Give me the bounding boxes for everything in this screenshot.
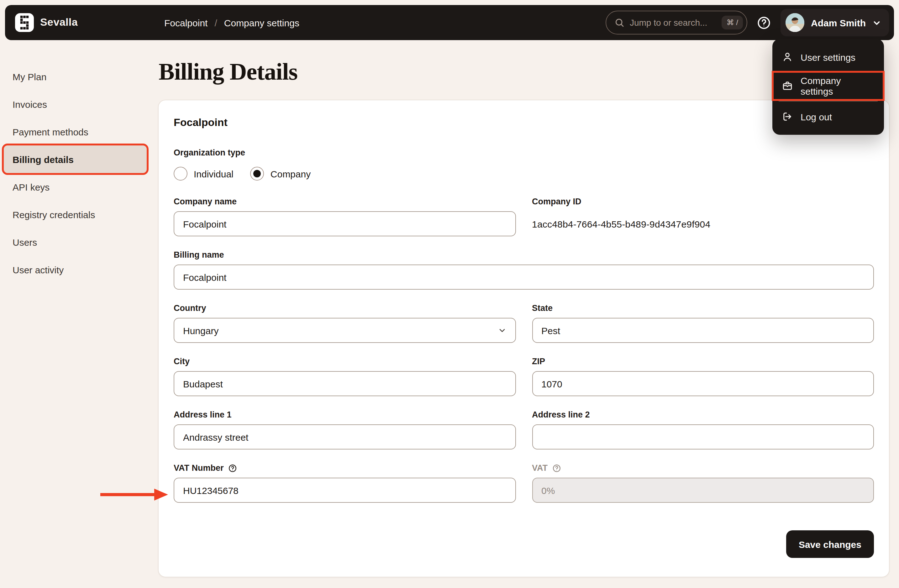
search-input[interactable]: Jump to or search... ⌘ / [606,11,748,34]
search-placeholder: Jump to or search... [630,17,717,28]
company-id-label: Company ID [532,197,874,206]
organization-type-label: Organization type [174,148,874,157]
address-line-2-label: Address line 2 [532,410,874,419]
menu-item-company-settings[interactable]: Company settings [772,71,884,100]
organization-type-group: Individual Company [174,167,874,181]
billing-details-card: Focalpoint Organization type Individual … [158,100,890,577]
country-selected-value: Hungary [183,325,218,336]
field-zip: ZIP [532,357,874,396]
sevalla-logo-icon [15,13,34,32]
breadcrumb-separator: / [215,17,217,28]
chevron-down-icon [872,18,882,27]
briefcase-icon [782,80,793,91]
sidebar-item-billing-details[interactable]: Billing details [4,145,147,173]
zip-input[interactable] [532,371,874,396]
search-shortcut-badge: ⌘ / [721,15,743,29]
menu-divider [779,101,878,102]
billing-name-label: Billing name [174,250,874,259]
user-avatar [786,13,805,32]
country-label: Country [174,303,516,313]
address-line-1-input[interactable] [174,424,516,449]
logout-icon [782,111,793,122]
breadcrumb-page[interactable]: Company settings [224,17,300,28]
page-title: Billing Details [159,58,298,85]
menu-item-user-settings[interactable]: User settings [772,43,884,71]
sidebar: My Plan Invoices Payment methods Billing… [0,63,158,283]
field-company-id: Company ID 1acc48b4-7664-4b55-b489-9d434… [532,197,874,236]
search-icon [615,17,625,28]
zip-label: ZIP [532,357,874,366]
annotation-arrow [100,488,168,502]
topbar-right: Jump to or search... ⌘ / [606,9,889,36]
sidebar-item-payment-methods[interactable]: Payment methods [4,118,147,145]
sidebar-item-user-activity[interactable]: User activity [4,256,147,283]
field-vat-number: VAT Number [174,463,516,503]
question-circle-icon[interactable] [228,464,237,472]
user-icon [782,51,793,63]
vat-rate-input [532,478,874,503]
company-name-input[interactable] [174,211,516,236]
brand[interactable]: Sevalla [15,13,78,32]
vat-number-input[interactable] [174,478,516,503]
save-changes-button[interactable]: Save changes [786,530,874,558]
vat-label: VAT [532,463,874,473]
radio-company-circle[interactable] [250,167,264,181]
card-heading: Focalpoint [174,117,874,129]
topbar: Sevalla Focalpoint / Company settings Ju… [5,5,894,40]
question-circle-icon [757,15,771,30]
billing-form: Company name Company ID 1acc48b4-7664-4b… [174,197,874,503]
city-input[interactable] [174,371,516,396]
field-city: City [174,357,516,396]
address-line-2-input[interactable] [532,424,874,449]
chevron-down-icon [497,326,506,335]
state-input[interactable] [532,318,874,343]
field-billing-name: Billing name [174,250,874,290]
question-circle-icon[interactable] [552,464,561,472]
state-label: State [532,303,874,313]
card-actions: Save changes [174,530,874,558]
menu-item-label: Company settings [800,75,874,97]
radio-individual-circle[interactable] [174,167,187,181]
vat-number-label: VAT Number [174,463,516,473]
company-id-value: 1acc48b4-7664-4b55-b489-9d4347e9f904 [532,211,874,230]
country-select[interactable]: Hungary [174,318,516,343]
field-state: State [532,303,874,343]
user-dropdown-menu: User settings Company settings Log out [772,39,884,135]
sidebar-item-api-keys[interactable]: API keys [4,173,147,201]
radio-individual[interactable]: Individual [174,167,233,181]
sidebar-item-users[interactable]: Users [4,228,147,256]
field-address-line-1: Address line 1 [174,410,516,449]
sidebar-item-invoices[interactable]: Invoices [4,90,147,118]
breadcrumb-project[interactable]: Focalpoint [164,17,207,28]
brand-name: Sevalla [40,16,78,29]
user-name: Adam Smith [811,17,866,28]
field-vat: VAT [532,463,874,503]
sidebar-item-registry-credentials[interactable]: Registry credentials [4,201,147,228]
app-window: Sevalla Focalpoint / Company settings Ju… [0,0,899,588]
help-button[interactable] [757,15,771,30]
menu-item-label: User settings [800,52,856,62]
breadcrumb: Focalpoint / Company settings [164,5,300,40]
menu-item-label: Log out [800,111,832,122]
user-menu-button[interactable]: Adam Smith [781,9,889,36]
billing-name-input[interactable] [174,264,874,290]
field-company-name: Company name [174,197,516,236]
menu-item-log-out[interactable]: Log out [772,102,884,131]
field-address-line-2: Address line 2 [532,410,874,449]
city-label: City [174,357,516,366]
radio-company[interactable]: Company [250,167,310,181]
address-line-1-label: Address line 1 [174,410,516,419]
sidebar-item-my-plan[interactable]: My Plan [4,63,147,90]
company-name-label: Company name [174,197,516,206]
field-country: Country Hungary [174,303,516,343]
